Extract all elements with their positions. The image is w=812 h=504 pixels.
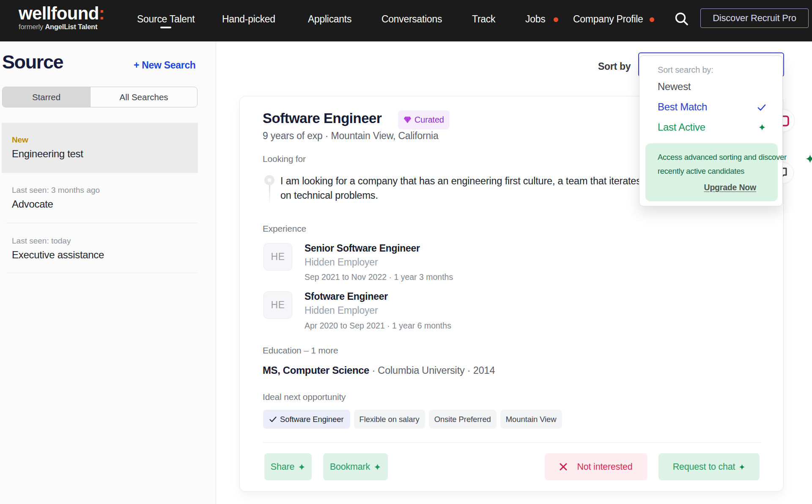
curated-badge: Curated — [398, 110, 450, 129]
education-label: Education – 1 more — [263, 345, 338, 356]
not-interested-button[interactable]: Not interested — [545, 453, 647, 480]
experience-label: Experience — [263, 224, 306, 234]
saved-search-advocate[interactable]: Last seen: 3 months ago Advocate — [2, 180, 198, 223]
nav-item-track[interactable]: Track — [472, 14, 495, 25]
chip-flexible-on-salary[interactable]: Flexible on salary — [354, 410, 425, 429]
sparkle-icon — [298, 463, 305, 471]
check-icon — [269, 416, 277, 422]
logo-tagline: formerly AngelList Talent — [19, 23, 104, 31]
quote-line-1: I am looking for a company that has an e… — [280, 175, 641, 187]
nav-item-company-profile[interactable]: Company Profile — [573, 14, 643, 25]
sparkle-icon — [758, 123, 766, 131]
experience-title: Senior Software Engineer — [304, 243, 420, 254]
upsell-text-line-2: recently active candidates — [658, 167, 744, 176]
last-seen-label: Last seen: today — [12, 236, 71, 246]
tab-starred[interactable]: Starred — [3, 87, 91, 107]
sort-option-newest[interactable]: Newest — [658, 81, 691, 93]
nav-item-applicants[interactable]: Applicants — [308, 14, 351, 25]
sparkle-icon — [739, 464, 745, 470]
pin-icon-stem — [269, 185, 270, 204]
search-icon[interactable] — [674, 11, 690, 27]
page-title: Source — [2, 51, 63, 73]
upgrade-upsell-box: Access advanced sorting and discover rec… — [645, 143, 778, 201]
logo-wordmark: wellfound: — [19, 5, 104, 22]
sort-by-label: Sort by — [598, 61, 631, 72]
chip-onsite-preferred[interactable]: Onsite Preferred — [429, 410, 497, 429]
saved-search-engineering-test[interactable]: New Engineering test — [2, 123, 198, 173]
divider — [6, 273, 198, 273]
candidate-name[interactable]: Software Engineer — [263, 110, 381, 126]
saved-search-title: Advocate — [12, 198, 53, 210]
sort-option-best-match[interactable]: Best Match — [658, 101, 707, 113]
wellfound-logo[interactable]: wellfound: formerly AngelList Talent — [19, 5, 104, 31]
divider — [263, 442, 761, 443]
nav-item-hand-picked[interactable]: Hand-picked — [222, 14, 275, 25]
active-nav-underline — [160, 27, 171, 28]
quote-line-2: on technical problems. — [280, 190, 378, 201]
request-to-chat-button[interactable]: Request to chat — [658, 453, 760, 480]
experience-company: Hidden Employer — [304, 257, 378, 268]
company-logo-placeholder: HE — [263, 243, 292, 271]
searches-tabs: Starred All Searches — [2, 87, 198, 107]
nav-item-jobs[interactable]: Jobs — [525, 14, 545, 25]
education-line: MS, Computer Science · Columbia Universi… — [263, 364, 495, 376]
new-badge: New — [12, 135, 28, 145]
new-search-button[interactable]: + New Search — [134, 60, 196, 71]
logo-colon: : — [99, 3, 104, 23]
saved-search-title: Engineering test — [12, 148, 83, 160]
nav-item-source-talent[interactable]: Source Talent — [137, 14, 195, 25]
upsell-text-line-1: Access advanced sorting and discover — [658, 153, 787, 162]
tab-all-searches[interactable]: All Searches — [91, 87, 197, 107]
sparkle-icon — [374, 463, 381, 471]
experience-dates: Sep 2021 to Nov 2022 · 1 year 3 months — [304, 272, 453, 282]
experience-company: Hidden Employer — [304, 305, 378, 316]
company-profile-notification-dot — [650, 17, 654, 22]
share-button[interactable]: Share — [264, 453, 312, 480]
gem-icon — [403, 116, 411, 123]
divider — [6, 223, 198, 223]
experience-dates: Apr 2020 to Sep 2021 · 1 year 6 months — [304, 321, 451, 331]
last-seen-label: Last seen: 3 months ago — [12, 186, 100, 195]
sparkle-icon — [805, 154, 812, 164]
saved-search-executive-assistance[interactable]: Last seen: today Executive assistance — [2, 230, 198, 273]
dropdown-header: Sort search by: — [658, 65, 713, 75]
discover-recruit-pro-button[interactable]: Discover Recruit Pro — [700, 8, 809, 28]
chip-software-engineer[interactable]: Software Engineer — [263, 410, 350, 429]
jobs-notification-dot — [554, 17, 558, 22]
candidate-meta: 9 years of exp · Mountain View, Californ… — [263, 130, 439, 142]
bookmark-button[interactable]: Bookmark — [323, 453, 388, 480]
pin-icon — [264, 175, 274, 185]
page: wellfound: formerly AngelList Talent Sou… — [0, 0, 812, 504]
sidebar: Source + New Search Starred All Searches… — [0, 41, 216, 504]
curated-badge-label: Curated — [414, 115, 444, 125]
experience-title: Sfotware Engineer — [304, 291, 388, 302]
upgrade-now-link[interactable]: Upgrade Now — [704, 183, 756, 192]
top-navbar: wellfound: formerly AngelList Talent Sou… — [0, 0, 812, 41]
nav-item-conversations[interactable]: Conversations — [381, 14, 442, 25]
saved-search-title: Executive assistance — [12, 249, 104, 261]
chip-mountain-view[interactable]: Mountain View — [500, 410, 562, 429]
looking-for-label: Looking for — [263, 154, 306, 164]
check-icon — [757, 104, 766, 111]
sort-option-last-active[interactable]: Last Active — [658, 121, 705, 133]
company-logo-placeholder: HE — [263, 291, 292, 319]
x-icon — [560, 463, 567, 471]
sort-dropdown: Sort search by: Newest Best Match Last A… — [639, 55, 783, 206]
ideal-chips: Software Engineer Flexible on salary Ons… — [263, 410, 562, 429]
ideal-next-opportunity-label: Ideal next opportunity — [263, 392, 346, 402]
